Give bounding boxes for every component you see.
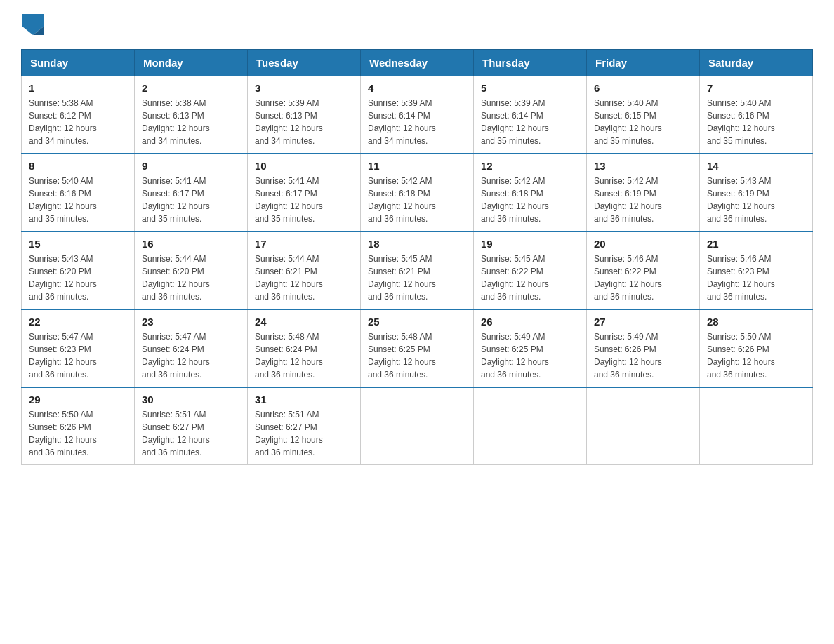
day-number: 13 <box>594 160 692 172</box>
column-header-monday: Monday <box>135 50 248 76</box>
calendar-cell: 7 Sunrise: 5:40 AM Sunset: 6:16 PM Dayli… <box>700 76 813 154</box>
day-number: 19 <box>481 238 579 250</box>
day-info: Sunrise: 5:44 AM Sunset: 6:21 PM Dayligh… <box>255 253 353 303</box>
day-number: 31 <box>255 394 353 405</box>
calendar-cell: 27 Sunrise: 5:49 AM Sunset: 6:26 PM Dayl… <box>587 309 700 387</box>
day-info: Sunrise: 5:45 AM Sunset: 6:21 PM Dayligh… <box>368 253 466 303</box>
calendar-cell: 19 Sunrise: 5:45 AM Sunset: 6:22 PM Dayl… <box>474 232 587 309</box>
calendar-cell: 20 Sunrise: 5:46 AM Sunset: 6:22 PM Dayl… <box>587 232 700 309</box>
calendar-cell: 13 Sunrise: 5:42 AM Sunset: 6:19 PM Dayl… <box>587 154 700 232</box>
calendar-cell: 4 Sunrise: 5:39 AM Sunset: 6:14 PM Dayli… <box>361 76 474 154</box>
calendar-cell: 5 Sunrise: 5:39 AM Sunset: 6:14 PM Dayli… <box>474 76 587 154</box>
calendar-week-row: 22 Sunrise: 5:47 AM Sunset: 6:23 PM Dayl… <box>22 309 813 387</box>
day-info: Sunrise: 5:47 AM Sunset: 6:23 PM Dayligh… <box>29 330 127 381</box>
day-info: Sunrise: 5:51 AM Sunset: 6:27 PM Dayligh… <box>142 408 240 459</box>
day-info: Sunrise: 5:40 AM Sunset: 6:15 PM Dayligh… <box>594 97 692 147</box>
day-info: Sunrise: 5:42 AM Sunset: 6:18 PM Dayligh… <box>368 175 466 225</box>
day-number: 29 <box>29 394 127 405</box>
calendar-cell: 12 Sunrise: 5:42 AM Sunset: 6:18 PM Dayl… <box>474 154 587 232</box>
calendar-header-row: SundayMondayTuesdayWednesdayThursdayFrid… <box>22 50 813 76</box>
day-number: 18 <box>368 238 466 250</box>
day-number: 5 <box>481 82 579 94</box>
day-info: Sunrise: 5:39 AM Sunset: 6:13 PM Dayligh… <box>255 97 353 147</box>
day-info: Sunrise: 5:51 AM Sunset: 6:27 PM Dayligh… <box>255 408 353 459</box>
calendar-cell <box>700 387 813 465</box>
calendar-cell: 3 Sunrise: 5:39 AM Sunset: 6:13 PM Dayli… <box>248 76 361 154</box>
column-header-sunday: Sunday <box>22 50 135 76</box>
calendar-cell: 9 Sunrise: 5:41 AM Sunset: 6:17 PM Dayli… <box>135 154 248 232</box>
day-info: Sunrise: 5:39 AM Sunset: 6:14 PM Dayligh… <box>481 97 579 147</box>
day-info: Sunrise: 5:45 AM Sunset: 6:22 PM Dayligh… <box>481 253 579 303</box>
day-info: Sunrise: 5:38 AM Sunset: 6:13 PM Dayligh… <box>142 97 240 147</box>
calendar-cell: 10 Sunrise: 5:41 AM Sunset: 6:17 PM Dayl… <box>248 154 361 232</box>
calendar-cell: 28 Sunrise: 5:50 AM Sunset: 6:26 PM Dayl… <box>700 309 813 387</box>
day-number: 15 <box>29 238 127 250</box>
day-number: 20 <box>594 238 692 250</box>
day-info: Sunrise: 5:44 AM Sunset: 6:20 PM Dayligh… <box>142 253 240 303</box>
day-info: Sunrise: 5:43 AM Sunset: 6:19 PM Dayligh… <box>707 175 805 225</box>
day-number: 4 <box>368 82 466 94</box>
day-number: 3 <box>255 82 353 94</box>
calendar-cell: 6 Sunrise: 5:40 AM Sunset: 6:15 PM Dayli… <box>587 76 700 154</box>
day-info: Sunrise: 5:41 AM Sunset: 6:17 PM Dayligh… <box>142 175 240 225</box>
logo <box>21 14 44 35</box>
day-number: 28 <box>707 316 805 328</box>
day-number: 10 <box>255 160 353 172</box>
calendar-cell: 15 Sunrise: 5:43 AM Sunset: 6:20 PM Dayl… <box>22 232 135 309</box>
day-info: Sunrise: 5:40 AM Sunset: 6:16 PM Dayligh… <box>707 97 805 147</box>
day-info: Sunrise: 5:42 AM Sunset: 6:18 PM Dayligh… <box>481 175 579 225</box>
calendar-cell: 23 Sunrise: 5:47 AM Sunset: 6:24 PM Dayl… <box>135 309 248 387</box>
calendar-cell: 2 Sunrise: 5:38 AM Sunset: 6:13 PM Dayli… <box>135 76 248 154</box>
day-info: Sunrise: 5:48 AM Sunset: 6:25 PM Dayligh… <box>368 330 466 381</box>
day-number: 9 <box>142 160 240 172</box>
column-header-thursday: Thursday <box>474 50 587 76</box>
calendar-cell: 29 Sunrise: 5:50 AM Sunset: 6:26 PM Dayl… <box>22 387 135 465</box>
column-header-saturday: Saturday <box>700 50 813 76</box>
calendar-cell: 21 Sunrise: 5:46 AM Sunset: 6:23 PM Dayl… <box>700 232 813 309</box>
calendar-cell: 22 Sunrise: 5:47 AM Sunset: 6:23 PM Dayl… <box>22 309 135 387</box>
day-info: Sunrise: 5:42 AM Sunset: 6:19 PM Dayligh… <box>594 175 692 225</box>
logo-icon <box>22 14 44 35</box>
calendar-cell: 8 Sunrise: 5:40 AM Sunset: 6:16 PM Dayli… <box>22 154 135 232</box>
day-info: Sunrise: 5:38 AM Sunset: 6:12 PM Dayligh… <box>29 97 127 147</box>
calendar-week-row: 29 Sunrise: 5:50 AM Sunset: 6:26 PM Dayl… <box>22 387 813 465</box>
day-number: 21 <box>707 238 805 250</box>
day-info: Sunrise: 5:50 AM Sunset: 6:26 PM Dayligh… <box>707 330 805 381</box>
day-number: 26 <box>481 316 579 328</box>
day-number: 2 <box>142 82 240 94</box>
day-info: Sunrise: 5:46 AM Sunset: 6:22 PM Dayligh… <box>594 253 692 303</box>
day-number: 25 <box>368 316 466 328</box>
calendar-table: SundayMondayTuesdayWednesdayThursdayFrid… <box>21 49 813 465</box>
calendar-cell: 31 Sunrise: 5:51 AM Sunset: 6:27 PM Dayl… <box>248 387 361 465</box>
day-info: Sunrise: 5:48 AM Sunset: 6:24 PM Dayligh… <box>255 330 353 381</box>
day-number: 27 <box>594 316 692 328</box>
calendar-cell: 26 Sunrise: 5:49 AM Sunset: 6:25 PM Dayl… <box>474 309 587 387</box>
calendar-cell: 11 Sunrise: 5:42 AM Sunset: 6:18 PM Dayl… <box>361 154 474 232</box>
calendar-cell <box>587 387 700 465</box>
day-number: 16 <box>142 238 240 250</box>
day-info: Sunrise: 5:39 AM Sunset: 6:14 PM Dayligh… <box>368 97 466 147</box>
calendar-cell: 17 Sunrise: 5:44 AM Sunset: 6:21 PM Dayl… <box>248 232 361 309</box>
day-info: Sunrise: 5:40 AM Sunset: 6:16 PM Dayligh… <box>29 175 127 225</box>
calendar-cell <box>361 387 474 465</box>
calendar-cell: 18 Sunrise: 5:45 AM Sunset: 6:21 PM Dayl… <box>361 232 474 309</box>
column-header-tuesday: Tuesday <box>248 50 361 76</box>
calendar-week-row: 8 Sunrise: 5:40 AM Sunset: 6:16 PM Dayli… <box>22 154 813 232</box>
day-number: 11 <box>368 160 466 172</box>
day-info: Sunrise: 5:41 AM Sunset: 6:17 PM Dayligh… <box>255 175 353 225</box>
day-number: 8 <box>29 160 127 172</box>
day-number: 6 <box>594 82 692 94</box>
day-info: Sunrise: 5:49 AM Sunset: 6:25 PM Dayligh… <box>481 330 579 381</box>
calendar-cell: 14 Sunrise: 5:43 AM Sunset: 6:19 PM Dayl… <box>700 154 813 232</box>
page-header <box>21 14 813 35</box>
calendar-cell <box>474 387 587 465</box>
day-number: 23 <box>142 316 240 328</box>
day-info: Sunrise: 5:43 AM Sunset: 6:20 PM Dayligh… <box>29 253 127 303</box>
day-number: 30 <box>142 394 240 405</box>
calendar-cell: 16 Sunrise: 5:44 AM Sunset: 6:20 PM Dayl… <box>135 232 248 309</box>
day-number: 22 <box>29 316 127 328</box>
calendar-week-row: 1 Sunrise: 5:38 AM Sunset: 6:12 PM Dayli… <box>22 76 813 154</box>
calendar-cell: 30 Sunrise: 5:51 AM Sunset: 6:27 PM Dayl… <box>135 387 248 465</box>
day-info: Sunrise: 5:49 AM Sunset: 6:26 PM Dayligh… <box>594 330 692 381</box>
day-number: 17 <box>255 238 353 250</box>
